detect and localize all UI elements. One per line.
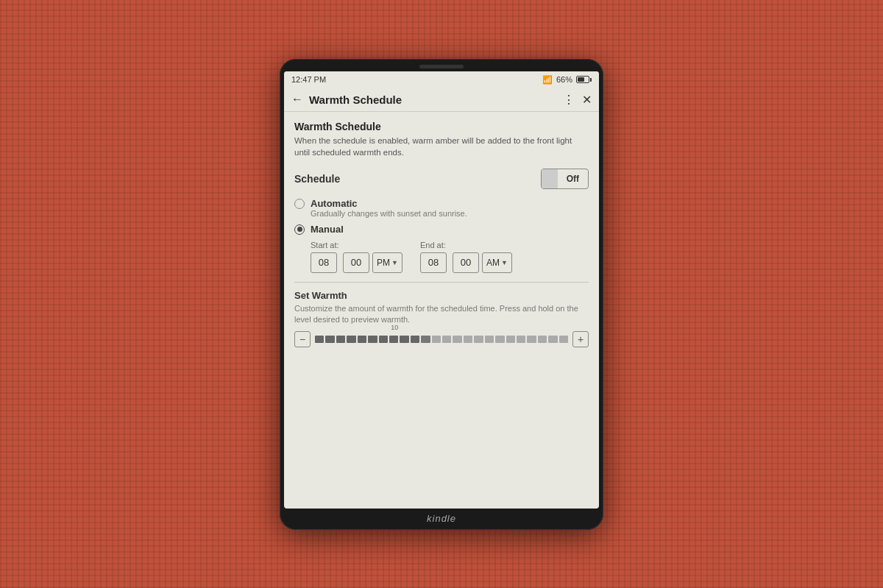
slider-seg-6 bbox=[368, 336, 377, 343]
slider-seg-17 bbox=[485, 336, 494, 343]
warmth-slider-container: 10 bbox=[315, 333, 568, 346]
slider-seg-5 bbox=[358, 336, 366, 343]
warmth-desc: Customize the amount of warmth for the s… bbox=[294, 303, 589, 326]
page-title: Warmth Schedule bbox=[294, 121, 589, 132]
manual-radio[interactable] bbox=[294, 224, 305, 235]
end-time-label: End at: bbox=[420, 241, 512, 249]
status-time: 12:47 PM bbox=[291, 75, 326, 84]
automatic-label: Automatic bbox=[311, 198, 467, 209]
schedule-row: Schedule Off bbox=[294, 169, 589, 189]
status-bar: 12:47 PM 📶 66% bbox=[284, 71, 599, 88]
slider-seg-8 bbox=[389, 336, 398, 343]
automatic-option-text: Automatic Gradually changes with sunset … bbox=[311, 198, 467, 218]
warmth-increase-button[interactable]: + bbox=[572, 331, 589, 347]
more-icon[interactable]: ⋮ bbox=[563, 93, 575, 107]
divider bbox=[294, 282, 589, 283]
back-button[interactable]: ← bbox=[291, 93, 303, 106]
slider-seg-4 bbox=[347, 336, 355, 343]
slider-seg-19 bbox=[506, 336, 515, 343]
schedule-label: Schedule bbox=[294, 173, 340, 185]
start-time-group: Start at: 08 00 PM ▼ bbox=[311, 241, 403, 273]
radio-dot bbox=[297, 227, 302, 232]
slider-seg-11 bbox=[421, 336, 430, 343]
slider-row: − 10 bbox=[294, 331, 589, 347]
kindle-device: 12:47 PM 📶 66% ← Warmth Schedule ⋮ ✕ bbox=[280, 59, 603, 530]
slider-seg-18 bbox=[495, 336, 504, 343]
slider-seg-10 bbox=[411, 336, 419, 343]
slider-seg-23 bbox=[548, 336, 557, 343]
status-right: 📶 66% bbox=[542, 75, 592, 85]
warmth-slider-track[interactable] bbox=[315, 333, 568, 346]
page-description: When the schedule is enabled, warm amber… bbox=[294, 135, 589, 158]
wifi-icon: 📶 bbox=[542, 75, 553, 85]
schedule-toggle[interactable]: Off bbox=[541, 169, 589, 189]
slider-seg-21 bbox=[527, 336, 536, 343]
start-ampm-chevron: ▼ bbox=[391, 259, 398, 266]
start-time-inputs: 08 00 PM ▼ bbox=[311, 252, 403, 273]
start-ampm-label: PM bbox=[377, 258, 390, 268]
slider-seg-16 bbox=[474, 336, 483, 343]
header: ← Warmth Schedule ⋮ ✕ bbox=[284, 88, 599, 112]
kindle-notch bbox=[419, 65, 464, 68]
manual-option-text: Manual bbox=[311, 224, 344, 235]
end-ampm-select[interactable]: AM ▼ bbox=[482, 252, 512, 273]
slider-seg-20 bbox=[517, 336, 525, 343]
automatic-radio[interactable] bbox=[294, 199, 305, 209]
end-ampm-label: AM bbox=[486, 258, 500, 268]
battery-icon bbox=[576, 76, 592, 83]
start-ampm-select[interactable]: PM ▼ bbox=[372, 252, 403, 273]
start-hour-input[interactable]: 08 bbox=[311, 252, 337, 273]
manual-label: Manual bbox=[311, 224, 344, 235]
end-time-inputs: 08 00 AM ▼ bbox=[420, 252, 512, 273]
slider-seg-14 bbox=[453, 336, 461, 343]
header-title: Warmth Schedule bbox=[309, 93, 563, 106]
end-hour-input[interactable]: 08 bbox=[420, 252, 447, 273]
battery-percent: 66% bbox=[556, 75, 572, 84]
slider-seg-9 bbox=[400, 336, 408, 343]
end-minute-input[interactable]: 00 bbox=[453, 252, 479, 273]
time-row: Start at: 08 00 PM ▼ En bbox=[311, 241, 589, 273]
slider-seg-12 bbox=[432, 336, 441, 343]
slider-seg-15 bbox=[464, 336, 472, 343]
toggle-off-indicator bbox=[542, 169, 558, 188]
slider-seg-2 bbox=[325, 336, 334, 343]
warmth-title: Set Warmth bbox=[294, 290, 589, 301]
kindle-screen: 12:47 PM 📶 66% ← Warmth Schedule ⋮ ✕ bbox=[284, 71, 599, 509]
slider-seg-22 bbox=[538, 336, 547, 343]
toggle-state-label: Off bbox=[558, 171, 588, 187]
kindle-brand-label: kindle bbox=[427, 513, 456, 524]
manual-option[interactable]: Manual bbox=[294, 224, 589, 235]
start-minute-input[interactable]: 00 bbox=[343, 252, 369, 273]
warmth-level-label: 10 bbox=[391, 324, 398, 331]
slider-seg-24 bbox=[559, 336, 568, 343]
slider-seg-7 bbox=[379, 336, 388, 343]
close-icon[interactable]: ✕ bbox=[582, 93, 592, 107]
time-section: Start at: 08 00 PM ▼ En bbox=[311, 241, 589, 273]
end-ampm-chevron: ▼ bbox=[501, 259, 508, 266]
automatic-option[interactable]: Automatic Gradually changes with sunset … bbox=[294, 198, 589, 218]
slider-seg-1 bbox=[315, 336, 324, 343]
automatic-desc: Gradually changes with sunset and sunris… bbox=[311, 209, 467, 218]
slider-seg-3 bbox=[336, 336, 345, 343]
end-time-group: End at: 08 00 AM ▼ bbox=[420, 241, 512, 273]
content: Warmth Schedule When the schedule is ena… bbox=[284, 112, 599, 509]
header-icons: ⋮ ✕ bbox=[563, 93, 592, 107]
slider-seg-13 bbox=[442, 336, 451, 343]
warmth-decrease-button[interactable]: − bbox=[294, 331, 311, 347]
start-time-label: Start at: bbox=[311, 241, 403, 249]
